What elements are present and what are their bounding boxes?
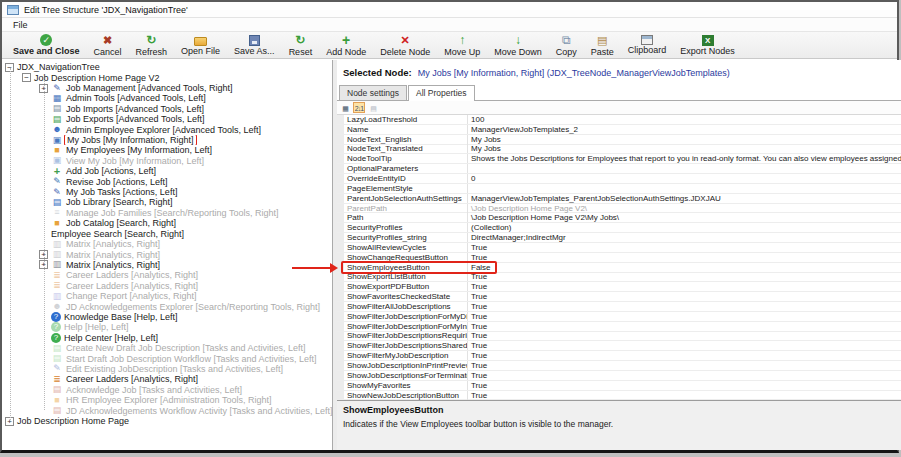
tree-item-admin-tools[interactable]: Admin Tools [Advanced Tools, Left] [2,93,332,103]
tree-item-help[interactable]: Help [Help, Left] [2,322,332,332]
property-row-securityprofiles-string[interactable]: SecurityProfiles_stringDirectManager;Ind… [337,233,901,243]
tree-item-manage-job-families[interactable]: Manage Job Families [Search/Reporting To… [2,208,332,218]
toolbar-button-move-down[interactable]: Move Down [487,32,549,58]
property-row-showjobdescriptionsforterminatedemployees[interactable]: ShowJobDescriptionsForTerminatedEmployee… [337,371,901,381]
tree-item-admin-employee-explorer[interactable]: Admin Employee Explorer [Advanced Tools,… [2,124,332,134]
property-row-parentpath[interactable]: ParentPath\Job Description Home Page V2\ [337,204,901,214]
toolbar-button-open-file[interactable]: Open File [174,32,227,58]
alphabetical-sort-icon[interactable]: 2↓1 [353,102,365,113]
toolbar-button-cancel[interactable]: Cancel [87,32,129,58]
property-value[interactable]: DirectManager;IndirectMgr [468,233,901,242]
property-value[interactable]: ManagerViewJobTemplates_ParentJobSelecti… [468,194,901,203]
collapse-icon[interactable]: − [22,73,31,82]
property-value[interactable]: True [468,331,901,340]
toolbar-button-move-up[interactable]: Move Up [437,32,487,58]
property-value[interactable]: 100 [468,115,901,124]
tree-item-career-ladders[interactable]: Career Ladders [Analytics, Right] [2,281,332,291]
property-value[interactable]: Shows the Jobs Descriptions for Employee… [468,154,901,163]
property-value[interactable]: True [468,312,901,321]
property-row-nodetext-translated[interactable]: NodeText_TranslatedMy Jobs [337,145,901,155]
tree-item-help-center[interactable]: Help Center [Help, Left] [2,333,332,343]
tree-item-start-draft-job-description-workflow[interactable]: Start Draft Job Description Workflow [Ta… [2,353,332,363]
property-value[interactable]: 0 [468,174,901,183]
property-pages-icon[interactable]: ▤ [367,102,379,113]
property-value[interactable]: True [468,322,901,331]
tree-item-job-exports[interactable]: Job Exports [Advanced Tools, Left] [2,114,332,124]
tree-item-add-job[interactable]: Add Job [Actions, Left] [2,166,332,176]
property-row-showfilterjobdescriptionformydirectreports[interactable]: ShowFilterJobDescriptionForMyDirectRepor… [337,312,901,322]
tree-item-revise-job[interactable]: Revise Job [Actions, Left] [2,176,332,186]
tree-item-my-job-tasks[interactable]: My Job Tasks [Actions, Left] [2,187,332,197]
tree-item-matrix[interactable]: +Matrix [Analytics, Right] [2,260,332,270]
tree-item-job-imports[interactable]: Job Imports [Advanced Tools, Left] [2,104,332,114]
tree-item-create-new-draft-job-description[interactable]: Create New Draft Job Description [Tasks … [2,343,332,353]
property-row-shownewjobdescriptionbutton[interactable]: ShowNewJobDescriptionButtonTrue [337,391,901,401]
tree-item-jdx-navigationtree[interactable]: −JDX_NavigationTree [2,62,332,72]
tree-item-jd-acknowledgements-explorer[interactable]: JD Acknowledgements Explorer [Search/Rep… [2,301,332,311]
tree-item-my-jobs[interactable]: My Jobs [My Information, Right] [2,135,332,145]
tree-item-job-description-home-page[interactable]: +Job Description Home Page [2,416,332,426]
property-value[interactable]: True [468,292,901,301]
property-value[interactable]: \Job Description Home Page V2\ [468,204,901,213]
property-value[interactable]: True [468,282,901,291]
property-value[interactable]: \Job Description Home Page V2\My Jobs\ [468,213,901,222]
tree-item-change-report[interactable]: Change Report [Analytics, Right] [2,291,332,301]
property-row-showfilteralljobdescriptions[interactable]: ShowFilterAllJobDescriptionsTrue [337,302,901,312]
property-row-showmyfavorites[interactable]: ShowMyFavoritesTrue [337,381,901,391]
tree-item-job-library[interactable]: Job Library [Search, Right] [2,197,332,207]
property-value[interactable]: True [468,302,901,311]
toolbar-button-copy[interactable]: Copy [549,32,584,58]
toolbar-button-save-as[interactable]: Save As... [227,32,282,58]
property-row-name[interactable]: NameManagerViewJobTemplates_2 [337,125,901,135]
tree-item-job-catalog[interactable]: Job Catalog [Search, Right] [2,218,332,228]
tree-item-matrix[interactable]: Matrix [Analytics, Right] [2,239,332,249]
property-value[interactable]: My Jobs [468,135,901,144]
property-row-lazyloadthreshold[interactable]: LazyLoadThreshold100 [337,115,901,125]
property-row-path[interactable]: Path\Job Description Home Page V2\My Job… [337,213,901,223]
property-row-showfilterjobdescriptionformyindirectreports[interactable]: ShowFilterJobDescriptionForMyInDirectRep… [337,322,901,332]
property-row-showfilterjobdescriptionssharedwithme[interactable]: ShowFilterJobDescriptionsSharedWithMeTru… [337,341,901,351]
toolbar-button-export-nodes[interactable]: XExport Nodes [673,32,742,58]
tree-item-employee-search[interactable]: Employee Search [Search, Right] [2,229,332,239]
property-value[interactable]: ManagerViewJobTemplates_2 [468,125,901,134]
tab-all-properties[interactable]: All Properties [408,85,475,101]
property-value[interactable]: True [468,381,901,390]
toolbar-button-add-node[interactable]: Add Node [319,32,373,58]
tree-item-career-ladders[interactable]: Career Ladders [Analytics, Right] [2,374,332,384]
property-row-showemployeesbutton[interactable]: ShowEmployeesButtonFalse [337,263,901,273]
property-row-nodetext-english[interactable]: NodeText_EnglishMy Jobs [337,135,901,145]
property-value[interactable]: My Jobs [468,144,901,153]
toolbar-button-reset[interactable]: Reset [282,32,320,58]
property-row-showfiltermyjobdescription[interactable]: ShowFilterMyJobDescriptionTrue [337,351,901,361]
tree-item-job-management[interactable]: +Job Management [Advanced Tools, Right] [2,83,332,93]
property-row-overrideentityid[interactable]: OverrideEntityID0 [337,174,901,184]
property-value[interactable]: True [468,361,901,370]
property-value[interactable]: True [468,253,901,262]
property-value[interactable]: True [468,371,901,380]
toolbar-button-paste[interactable]: Paste [584,32,621,58]
tree-item-view-my-job[interactable]: View My Job [My Information, Left] [2,156,332,166]
property-row-showfavoritescheckedstate[interactable]: ShowFavoritesCheckedStateTrue [337,292,901,302]
property-row-parentjobselectionauthsettings[interactable]: ParentJobSelectionAuthSettingsManagerVie… [337,194,901,204]
tree-item-matrix[interactable]: +Matrix [Analytics, Right] [2,249,332,259]
tab-node-settings[interactable]: Node settings [339,85,407,100]
property-row-nodetooltip[interactable]: NodeToolTipShows the Jobs Descriptions f… [337,154,901,164]
menu-file[interactable]: File [9,20,32,30]
property-row-securityprofiles[interactable]: SecurityProfiles(Collection) [337,223,901,233]
tree-item-my-employees[interactable]: My Employees [My Information, Left] [2,145,332,155]
toolbar-button-save-and-close[interactable]: ✓Save and Close [6,32,87,58]
property-row-pageelementstyle[interactable]: PageElementStyle [337,184,901,194]
tree-item-jd-acknowledgements-workflow-activity[interactable]: JD Acknowledgements Workflow Activity [T… [2,405,332,415]
toolbar-button-refresh[interactable]: Refresh [129,32,175,58]
property-value[interactable]: True [468,351,901,360]
property-row-showallreviewcycles[interactable]: ShowAllReviewCyclesTrue [337,243,901,253]
property-value[interactable]: (Collection) [468,223,901,232]
toolbar-button-clipboard[interactable]: Clipboard [621,32,674,58]
tree-item-job-description-home-page-v2[interactable]: −Job Description Home Page V2 [2,72,332,82]
property-value[interactable]: True [468,272,901,281]
tree-item-hr-employee-explorer[interactable]: HR Employee Explorer [Administration Too… [2,395,332,405]
title-bar[interactable]: Edit Tree Structure 'JDX_NavigationTree' [2,2,897,18]
categorized-icon[interactable]: ▦ [339,102,351,113]
property-row-showexportlistbutton[interactable]: ShowExportListButtonTrue [337,273,901,283]
property-row-optionalparameters[interactable]: OptionalParameters [337,164,901,174]
